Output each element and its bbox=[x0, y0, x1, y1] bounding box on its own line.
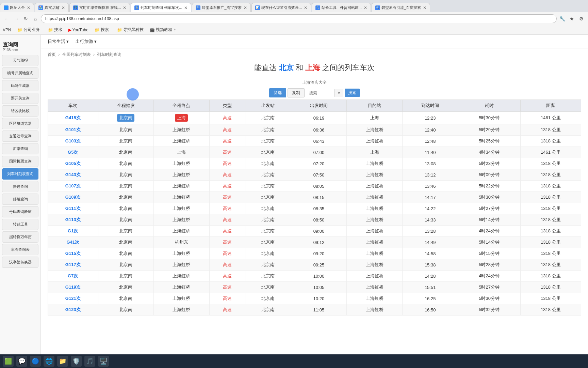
tab-close-icon[interactable]: ✕ bbox=[27, 5, 30, 10]
cell-train-no[interactable]: G109次 bbox=[48, 192, 98, 203]
sidebar-item-exchange[interactable]: 汇率查询 bbox=[2, 143, 38, 154]
table-row[interactable]: G7次 北京南 上海虹桥 高速 北京南 10:00 上海虹桥 14:28 4时2… bbox=[48, 271, 581, 282]
taskbar-ie[interactable]: 🌐 bbox=[44, 356, 54, 367]
forward-button[interactable]: → bbox=[12, 15, 20, 23]
cell-train-no[interactable]: G119次 bbox=[48, 282, 98, 293]
cell-train-no[interactable]: G123次 bbox=[48, 304, 98, 316]
table-row[interactable]: G119次 北京南 上海虹桥 高速 北京南 10:05 上海虹桥 15:51 5… bbox=[48, 282, 581, 293]
sidebar-item-weather[interactable]: 天气预报 bbox=[2, 55, 38, 66]
table-row[interactable]: G103次 北京南 上海虹桥 高速 北京南 06:43 上海虹桥 12:48 5… bbox=[48, 136, 581, 147]
taskbar-browser[interactable]: 🔵 bbox=[30, 356, 41, 367]
tab-汇率[interactable]: 💱 实时汇率查询换算 在线... ✕ bbox=[69, 3, 130, 12]
bookmark-tech[interactable]: 📁 技术 bbox=[46, 26, 64, 33]
table-row[interactable]: G115次 北京南 上海虹桥 高速 北京南 09:20 上海虹桥 14:58 5… bbox=[48, 248, 581, 259]
cell-train-no[interactable]: G1次 bbox=[48, 226, 98, 237]
tab-close-icon[interactable]: ✕ bbox=[423, 5, 426, 10]
sidebar-item-qrcode[interactable]: 码码生成器 bbox=[2, 80, 38, 91]
table-row[interactable]: G415次 北京南 上海 高速 北京南 06:19 上海 12:23 5时30分… bbox=[48, 112, 581, 124]
tab-close-icon[interactable]: ✕ bbox=[123, 5, 126, 10]
cell-train-no[interactable]: G105次 bbox=[48, 158, 98, 169]
tab-站长工具[interactable]: 🔧 站长工具 - 外贸网站建... ✕ bbox=[312, 3, 371, 12]
sidebar-item-lottery[interactable]: 票开关查询 bbox=[2, 93, 38, 104]
settings-button[interactable]: ⚙ bbox=[577, 15, 585, 23]
table-row[interactable]: G105次 北京南 上海虹桥 高速 北京南 07:20 上海虹桥 13:08 5… bbox=[48, 158, 581, 169]
sidebar-item-postal[interactable]: 邮编查询 bbox=[2, 194, 38, 205]
cell-train-no[interactable]: G107次 bbox=[48, 181, 98, 192]
table-row[interactable]: G117次 北京南 上海虹桥 高速 北京南 09:25 上海虹桥 15:38 5… bbox=[48, 259, 581, 271]
bookmark-youtube[interactable]: ▶ YouTube bbox=[68, 28, 88, 32]
cell-train-no[interactable]: G7次 bbox=[48, 271, 98, 282]
tab-网址大全[interactable]: 🌐 网址大全 ✕ bbox=[0, 3, 34, 12]
tab-close-icon[interactable]: ✕ bbox=[184, 5, 187, 10]
table-row[interactable]: G111次 北京南 上海虹桥 高速 北京南 08:35 上海虹桥 14:22 5… bbox=[48, 203, 581, 214]
tab-close-icon[interactable]: ✕ bbox=[244, 5, 247, 10]
tab-碧玺1[interactable]: 🔍 碧玺原石推广_淘宝搜索 ✕ bbox=[192, 3, 250, 12]
taskbar-antivirus[interactable]: 🛡️ bbox=[71, 356, 82, 367]
nav-travel[interactable]: 出行旅游 ▾ bbox=[76, 39, 97, 45]
taskbar-excel[interactable]: 🟩 bbox=[3, 356, 14, 367]
cell-train-no[interactable]: G113次 bbox=[48, 214, 98, 226]
sidebar-item-plate[interactable]: 车牌查询表 bbox=[2, 244, 38, 255]
sidebar-item-convert[interactable]: 汉字繁转换器 bbox=[2, 257, 38, 268]
bookmark-vpn[interactable]: VPN bbox=[3, 28, 11, 32]
search-button[interactable]: 搜索 bbox=[345, 89, 360, 97]
tab-百度[interactable]: 🔍 碧玺原石引流_百度搜索 ✕ bbox=[372, 3, 430, 12]
sidebar-item-express[interactable]: 快递查询 bbox=[2, 181, 38, 192]
taskbar-media[interactable]: 🎵 bbox=[84, 356, 95, 367]
table-row[interactable]: G109次 北京南 上海虹桥 高速 北京南 08:15 上海虹桥 14:17 5… bbox=[48, 192, 581, 203]
tab-引流[interactable]: 📊 现在什么渠道引流效果... ✕ bbox=[251, 3, 311, 12]
filter-btn-type[interactable]: 筛选 bbox=[269, 88, 286, 97]
cell-train-no[interactable]: G121次 bbox=[48, 293, 98, 304]
nav-daily[interactable]: 日常生活 ▾ bbox=[48, 39, 69, 45]
filter-btn-copy[interactable]: 复制 bbox=[288, 88, 305, 97]
table-row[interactable]: G123次 北京南 上海虹桥 高速 北京南 11:05 上海虹桥 16:50 5… bbox=[48, 304, 581, 316]
taskbar-app[interactable]: 🖥️ bbox=[98, 356, 109, 367]
sidebar-item-train[interactable]: 列车时刻表查询 bbox=[2, 168, 38, 180]
sidebar-item-verify[interactable]: 号码查询验证 bbox=[2, 206, 38, 217]
tab-close-icon[interactable]: ✕ bbox=[304, 5, 307, 10]
back-button[interactable]: ← bbox=[3, 15, 11, 23]
cell-train-no[interactable]: G143次 bbox=[48, 169, 98, 181]
bookmark-button[interactable]: ★ bbox=[568, 15, 576, 23]
table-row[interactable]: G143次 北京南 上海虹桥 高速 北京南 07:50 上海虹桥 13:12 5… bbox=[48, 169, 581, 181]
bookmark-video[interactable]: 🎬 视频教程下 bbox=[150, 27, 176, 33]
taskbar-wechat[interactable]: 💬 bbox=[16, 356, 27, 367]
bookmark-company[interactable]: 📁 公司业务 bbox=[15, 26, 42, 33]
table-row[interactable]: G107次 北京南 上海虹桥 高速 北京南 08:05 上海虹桥 13:46 5… bbox=[48, 181, 581, 192]
bookmark-search[interactable]: 📁 搜索 bbox=[93, 26, 111, 33]
search-input[interactable] bbox=[306, 89, 333, 97]
sidebar-item-compare[interactable]: 结区块比较 bbox=[2, 105, 38, 117]
tab-列车时刻[interactable]: 🚆 列车时刻查询 列车车次... ✕ bbox=[131, 3, 191, 12]
sidebar-item-paste[interactable]: 转贴工具 bbox=[2, 219, 38, 230]
extensions-button[interactable]: 🔧 bbox=[558, 15, 566, 23]
table-row[interactable]: G113次 北京南 上海虹桥 高速 北京南 08:50 上海虹桥 14:33 5… bbox=[48, 214, 581, 226]
cell-train-no[interactable]: G41次 bbox=[48, 237, 98, 248]
taskbar-folder[interactable]: 📁 bbox=[57, 356, 68, 367]
sidebar-item-traffic[interactable]: 交通违章查询 bbox=[2, 131, 38, 142]
table-row[interactable]: G5次 北京南 上海 高速 北京南 07:00 上海 11:40 4时34分钟 … bbox=[48, 147, 581, 158]
breadcrumb-timetable[interactable]: 全国列车时刻表 bbox=[62, 52, 91, 57]
cell-train-no[interactable]: G117次 bbox=[48, 259, 98, 271]
cell-train-no[interactable]: G101次 bbox=[48, 124, 98, 136]
table-row[interactable]: G41次 北京南 杭州东 高速 北京南 09:12 上海虹桥 14:49 5时1… bbox=[48, 237, 581, 248]
cell-train-no[interactable]: G115次 bbox=[48, 248, 98, 259]
tab-close-icon[interactable]: ✕ bbox=[62, 5, 65, 10]
cell-train-no[interactable]: G5次 bbox=[48, 147, 98, 158]
bookmark-blacktech[interactable]: 📁 寻找黑科技 bbox=[115, 26, 146, 33]
table-row[interactable]: G101次 北京南 上海虹桥 高速 北京南 06:36 上海虹桥 12:40 5… bbox=[48, 124, 581, 136]
home-button[interactable]: ⌂ bbox=[31, 15, 39, 23]
sidebar-item-calendar[interactable]: 据转换万年历 bbox=[2, 231, 38, 243]
cell-train-no[interactable]: G415次 bbox=[48, 112, 98, 124]
sidebar-item-phone[interactable]: 编号归属地查询 bbox=[2, 67, 38, 79]
refresh-button[interactable]: ○ bbox=[334, 89, 343, 97]
cell-train-no[interactable]: G103次 bbox=[48, 136, 98, 147]
tab-真实店铺[interactable]: 🏪 真实店铺 ✕ bbox=[35, 3, 69, 12]
sidebar-item-browser[interactable]: 区区块浏览器 bbox=[2, 118, 38, 129]
table-row[interactable]: G121次 北京南 上海虹桥 高速 北京南 10:20 上海虹桥 16:25 5… bbox=[48, 293, 581, 304]
address-bar[interactable]: https://qq.ip138.com/train/search138.asp bbox=[41, 14, 557, 23]
table-row[interactable]: G1次 北京南 上海虹桥 高速 北京南 09:00 上海虹桥 13:28 4时2… bbox=[48, 226, 581, 237]
sidebar-item-flight[interactable]: 国际机票查询 bbox=[2, 156, 38, 167]
cell-train-no[interactable]: G111次 bbox=[48, 203, 98, 214]
reload-button[interactable]: ↻ bbox=[22, 15, 30, 23]
breadcrumb-home[interactable]: 首页 bbox=[48, 52, 56, 57]
